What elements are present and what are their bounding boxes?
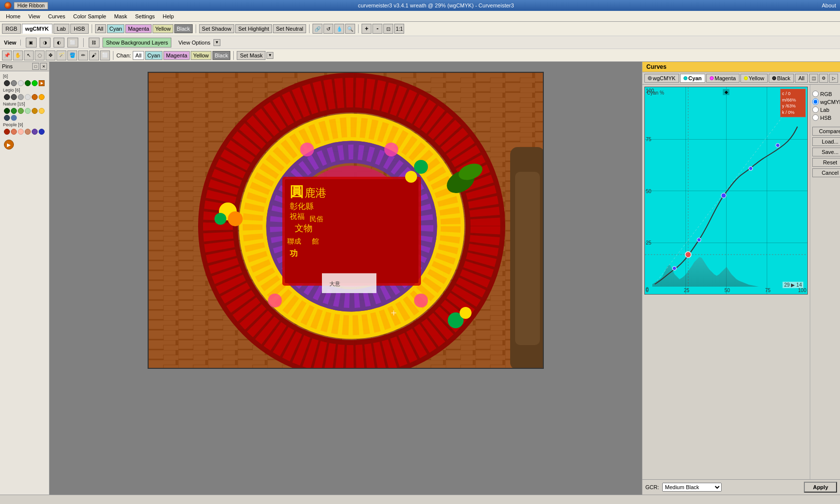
pin-dot[interactable] [39, 94, 45, 100]
channel-black-btn1[interactable]: Black [174, 24, 193, 33]
menu-home[interactable]: Home [2, 12, 24, 20]
pin-dot[interactable] [11, 94, 17, 100]
zoom-100-btn[interactable]: 1:1 [394, 24, 404, 34]
view-icon-4[interactable]: ⬜ [67, 38, 78, 48]
pin-dot[interactable] [11, 129, 17, 135]
curves-history-btn[interactable]: ◫ [809, 74, 818, 83]
curves-forward-btn[interactable]: ▷ [829, 74, 838, 83]
curve-tab-wgcmyk[interactable]: wgCMYK [644, 74, 679, 83]
zoom-fit-btn[interactable]: ⊡ [383, 24, 393, 34]
set-shadow-btn[interactable]: Set Shadow [199, 24, 234, 33]
channel-all-btn[interactable]: All [95, 24, 106, 33]
menu-help[interactable]: Help [159, 12, 178, 20]
pin-bottom-arrow[interactable]: ▶ [4, 140, 14, 150]
about-link[interactable]: About [822, 2, 836, 8]
save-btn[interactable]: Save... [812, 148, 840, 156]
radio-hsb[interactable]: HSB [812, 114, 840, 121]
tool-lasso[interactable]: ◌ [35, 50, 45, 60]
show-bg-btn[interactable]: Show Background Layers [103, 38, 171, 48]
tool-icon-3[interactable]: 💧 [334, 24, 344, 34]
pins-close-btn[interactable]: ✕ [40, 63, 47, 70]
set-neutral-btn[interactable]: Set Neutral [273, 24, 306, 33]
pin-dot[interactable] [4, 94, 10, 100]
curve-tab-yellow[interactable]: Yellow [740, 74, 768, 83]
cancel-btn[interactable]: Cancel [812, 168, 840, 177]
set-mask-btn[interactable]: Set Mask [237, 51, 265, 60]
pins-float-btn[interactable]: □ [32, 63, 39, 70]
chan-yellow-tool[interactable]: Yellow [191, 51, 211, 60]
pin-dot[interactable] [18, 108, 24, 114]
view-options-chevron[interactable]: ▼ [213, 39, 220, 46]
reset-btn[interactable]: Reset [812, 158, 840, 167]
tool-icon-4[interactable]: 🔍 [345, 24, 355, 34]
pin-dot[interactable] [4, 108, 10, 114]
view-icon-1[interactable]: ▣ [26, 38, 37, 48]
gcr-select[interactable]: None Light Black Medium Black Heavy Blac… [662, 483, 722, 492]
menu-view[interactable]: View [24, 12, 44, 20]
pin-arrow[interactable]: ▶ [39, 80, 45, 86]
chan-black-tool[interactable]: Black [212, 51, 231, 60]
tool-cursor[interactable]: ↖ [24, 50, 34, 60]
pin-dot[interactable] [32, 80, 38, 86]
tab-rgb[interactable]: RGB [2, 24, 21, 34]
set-highlight-btn[interactable]: Set Highlight [235, 24, 272, 33]
pin-dot[interactable] [25, 129, 31, 135]
tool-pencil-2[interactable]: ✏ [78, 50, 88, 60]
tab-lab[interactable]: Lab [53, 24, 69, 34]
menu-color-sample[interactable]: Color Sample [69, 12, 110, 20]
chan-magenta-tool[interactable]: Magenta [163, 51, 190, 60]
pin-dot[interactable] [11, 80, 17, 86]
menu-settings[interactable]: Settings [131, 12, 159, 20]
pin-dot[interactable] [25, 80, 31, 86]
view-icon-3[interactable]: ◐ [53, 38, 64, 48]
channel-cyan-btn1[interactable]: Cyan [107, 24, 125, 33]
zoom-in-btn[interactable]: + [362, 24, 371, 34]
curves-graph[interactable]: Cyan % 100 75 50 25 0 0 25 50 75 100 ◆ [644, 87, 808, 295]
tool-magic-wand[interactable]: 🪄 [56, 50, 66, 60]
tool-icon-1[interactable]: 🔗 [313, 24, 322, 34]
apply-btn[interactable]: Apply [804, 482, 837, 493]
pin-dot[interactable] [4, 115, 10, 121]
pin-dot[interactable] [25, 108, 31, 114]
pin-dot[interactable] [39, 108, 45, 114]
pin-dot[interactable] [11, 115, 17, 121]
pin-dot[interactable] [18, 94, 24, 100]
menu-curves[interactable]: Curves [44, 12, 69, 20]
pin-dot[interactable] [32, 94, 38, 100]
curve-tab-magenta[interactable]: Magenta [706, 74, 739, 83]
pin-dot[interactable] [32, 108, 38, 114]
tab-hsb[interactable]: HSB [70, 24, 89, 34]
tool-hand[interactable]: ✋ [13, 50, 23, 60]
compare-btn[interactable]: Compare [812, 127, 840, 136]
tab-wgcmyk[interactable]: wgCMYK [22, 24, 52, 34]
tool-bucket[interactable]: 🪣 [67, 50, 77, 60]
channel-magenta-btn1[interactable]: Magenta [125, 24, 152, 33]
pin-dot[interactable] [18, 129, 24, 135]
pin-dot[interactable] [25, 94, 31, 100]
pin-dot[interactable] [32, 129, 38, 135]
tool-icon-2[interactable]: ↺ [323, 24, 333, 34]
chain-link-btn[interactable]: ⛓ [89, 38, 100, 48]
pin-dot[interactable] [39, 129, 45, 135]
curve-tab-all[interactable]: All [795, 74, 808, 83]
curves-options-btn[interactable]: ⚙ [819, 74, 828, 83]
pin-dot[interactable] [4, 129, 10, 135]
pin-dot[interactable] [18, 80, 24, 86]
zoom-out-btn[interactable]: - [372, 24, 382, 34]
tool-brush[interactable]: 🖌 [89, 50, 99, 60]
menu-mask[interactable]: Mask [110, 12, 131, 20]
view-icon-2[interactable]: ◑ [40, 38, 51, 48]
radio-lab[interactable]: Lab [812, 106, 840, 113]
chan-all-tool[interactable]: All [133, 51, 144, 60]
pin-dot[interactable] [4, 80, 10, 86]
tool-move[interactable]: ✥ [46, 50, 55, 60]
load-btn[interactable]: Load... [812, 137, 840, 146]
pin-dot[interactable] [11, 108, 17, 114]
radio-rgb[interactable]: RGB [812, 91, 840, 97]
chan-cyan-tool[interactable]: Cyan [145, 51, 163, 60]
tool-eraser[interactable]: ⬜ [100, 50, 110, 60]
channel-yellow-btn1[interactable]: Yellow [153, 24, 173, 33]
curve-tab-black[interactable]: Black [769, 74, 794, 83]
radio-wgcmyk[interactable]: wgCMYK [812, 99, 840, 105]
tool-pin[interactable]: 📌 [2, 50, 12, 60]
